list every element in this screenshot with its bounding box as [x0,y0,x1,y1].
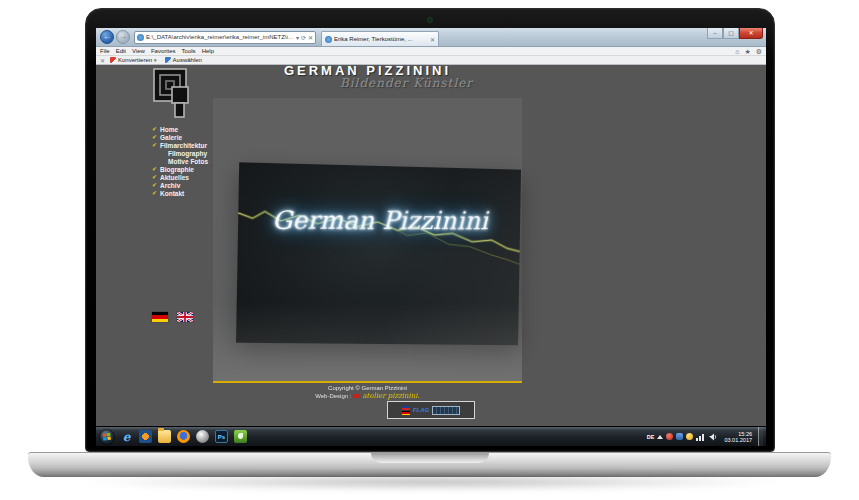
explorer-folder-icon[interactable] [158,430,171,443]
gp-monogram-logo[interactable] [151,66,201,120]
nav-label: Galerie [160,134,182,141]
lightning-bolt-icon [236,162,521,345]
webdesign-studio-link[interactable]: atelier pizzinini. [362,392,419,400]
menu-view[interactable]: View [132,48,145,54]
laptop-shadow [70,474,790,490]
menu-file[interactable]: File [100,48,110,54]
browser-titlebar: ← → E:\_DATA\archiv\erika_reimer\erika_r… [96,28,766,47]
laptop-base-notch [371,453,489,463]
settings-gear-icon[interactable]: ⚙ [756,48,762,55]
webpage: GERMAN PIZZININI Bildender Künstler ✔ Ho… [96,65,766,426]
tab-favicon-icon [325,36,332,43]
close-button[interactable]: ✕ [739,28,763,39]
toolbar-close-icon[interactable]: ✕ [100,57,105,64]
addon-toolbar: ✕ Konvertieren ▾ Auswählen [96,56,766,65]
clock[interactable]: 15:26 03.01.2017 [724,431,752,443]
nav-label: Filmarchitektur [160,142,207,149]
minimize-button[interactable]: – [707,28,723,39]
menu-edit[interactable]: Edit [116,48,126,54]
photoshop-icon[interactable]: Ps [215,430,228,443]
language-switcher [152,312,193,322]
favorites-star-icon[interactable]: ★ [744,48,750,55]
silver-app-icon[interactable] [196,430,209,443]
check-icon: ✔ [152,126,157,132]
flag-counter-label: FLAG [413,407,429,413]
refresh-icon[interactable]: ⟳ [301,34,306,41]
nav-label: Filmography [168,150,207,157]
nav-label: Biographie [160,166,194,173]
flag-counter-badge[interactable]: FLAG [387,401,475,419]
check-icon: ✔ [152,166,157,172]
address-bar[interactable]: E:\_DATA\archiv\erika_reimer\erika_reime… [134,31,316,44]
check-icon: ✔ [152,142,157,148]
network-icon[interactable] [696,433,706,441]
check-icon: ✔ [152,182,157,188]
desktop: ← → E:\_DATA\archiv\erika_reimer\erika_r… [96,28,766,446]
maximize-button[interactable]: ▢ [723,28,739,39]
footer-divider [213,381,522,383]
content-panel: German Pizzinini [213,98,522,381]
nav-label: Home [160,126,178,133]
nav-label: Aktuelles [160,174,189,181]
artwork-signature-text: German Pizzinini [238,205,520,235]
menu-bar: File Edit View Favorites Tools Help ⌂ ★ … [96,47,766,56]
acrobat-convert-icon [110,57,116,63]
menu-help[interactable]: Help [202,48,214,54]
show-desktop-button[interactable] [758,427,763,447]
language-indicator[interactable]: DE [647,434,655,440]
media-app-icon[interactable] [139,430,152,443]
green-app-icon[interactable] [234,430,247,443]
stop-icon[interactable]: ✕ [308,34,313,41]
uk-flag-icon[interactable] [177,312,193,322]
check-icon: ✔ [152,190,157,196]
webcam-icon [428,18,432,22]
back-button[interactable]: ← [100,30,114,44]
menu-tools[interactable]: Tools [182,48,196,54]
taskbar: e Ps DE [96,426,766,446]
german-flag-icon[interactable] [152,312,168,322]
speaker-icon[interactable] [709,433,718,441]
browser-tab[interactable]: Erika Reimer, Tierkostüme, ... ✕ [321,31,439,46]
footer: Copyright © German Pizzinini Web-Design … [213,385,522,400]
start-button[interactable] [99,429,115,445]
tray-yellow-app-icon[interactable] [686,433,693,440]
page-subtitle: Bildender Künstler [213,76,522,90]
copyright-text: Copyright © German Pizzinini [213,385,522,391]
tray-red-app-icon[interactable] [666,433,673,440]
select-icon [165,57,171,63]
webdesign-credit: Web-Design : atelier pizzinini. [213,392,522,400]
webdesign-label: Web-Design : [315,393,351,399]
firefox-icon[interactable] [177,430,190,443]
site-header: GERMAN PIZZININI Bildender Künstler [213,65,522,90]
hidden-icons-arrow-icon[interactable] [657,435,663,439]
page-favicon-icon [137,34,144,41]
internet-explorer-icon[interactable]: e [120,430,133,443]
tray-date: 03.01.2017 [724,437,752,443]
autocomplete-dropdown-icon[interactable]: ▾ [296,34,299,41]
nav-label: Motive Fotos [168,158,208,165]
laptop-frame: ← → E:\_DATA\archiv\erika_reimer\erika_r… [85,8,775,452]
convert-button[interactable]: Konvertieren [118,57,152,63]
mini-flags-icon [402,406,410,415]
window-controls: – ▢ ✕ [707,28,763,39]
browser-window: ← → E:\_DATA\archiv\erika_reimer\erika_r… [96,28,766,426]
webdesign-logo-icon [353,394,361,398]
check-icon: ✔ [152,174,157,180]
select-button[interactable]: Auswählen [173,57,202,63]
artwork-image: German Pizzinini [236,162,521,345]
nav-label: Archiv [160,182,180,189]
forward-button[interactable]: → [116,30,130,44]
tab-title: Erika Reimer, Tierkostüme, ... [334,36,428,42]
visitor-counter-display [432,406,460,415]
system-tray: DE 15:26 03.01.2017 [647,427,763,447]
tray-blue-app-icon[interactable] [676,433,683,440]
nav-label: Kontakt [160,190,184,197]
tab-close-icon[interactable]: ✕ [430,36,435,43]
url-text: E:\_DATA\archiv\erika_reimer\erika_reime… [146,34,294,40]
convert-caret-icon[interactable]: ▾ [154,57,157,63]
home-icon[interactable]: ⌂ [735,48,739,55]
check-icon: ✔ [152,134,157,140]
menu-favorites[interactable]: Favorites [151,48,176,54]
